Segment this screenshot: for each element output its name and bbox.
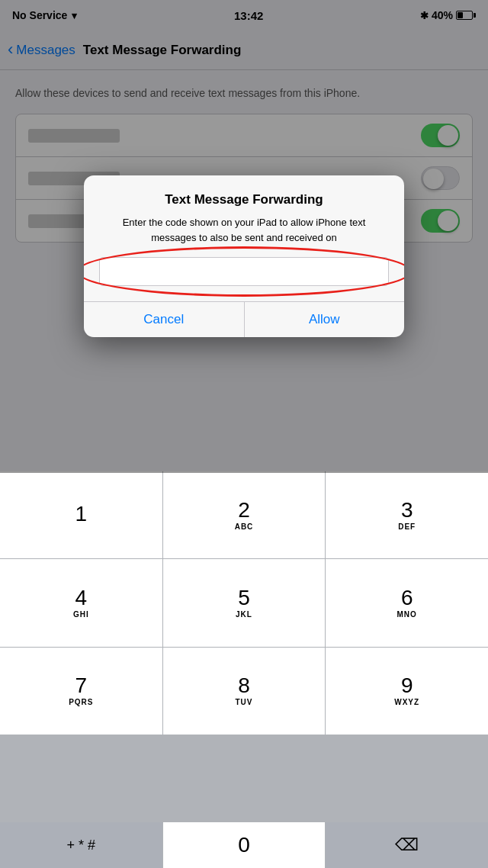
key-5[interactable]: 5 JKL bbox=[163, 559, 326, 646]
keyboard-bottom-row: + * # 0 ⌫ bbox=[0, 822, 488, 868]
dialog-body: Text Message Forwarding Enter the code s… bbox=[84, 175, 404, 301]
key-3[interactable]: 3 DEF bbox=[326, 471, 488, 558]
code-input[interactable] bbox=[99, 257, 389, 286]
key-symbols[interactable]: + * # bbox=[0, 822, 162, 868]
key-7[interactable]: 7 PQRS bbox=[0, 648, 162, 735]
key-2[interactable]: 2 ABC bbox=[163, 471, 326, 558]
forwarding-dialog: Text Message Forwarding Enter the code s… bbox=[84, 175, 404, 337]
dialog-message: Enter the code shown on your iPad to all… bbox=[99, 215, 389, 245]
keyboard-grid: 1 2 ABC 3 DEF 4 GHI 5 JKL 6 MNO 7 PQRS bbox=[0, 471, 488, 822]
key-0[interactable]: 0 bbox=[163, 822, 326, 868]
code-input-wrapper bbox=[99, 257, 389, 286]
key-4[interactable]: 4 GHI bbox=[0, 559, 162, 646]
key-6[interactable]: 6 MNO bbox=[326, 559, 488, 646]
key-9[interactable]: 9 WXYZ bbox=[326, 648, 488, 735]
key-1[interactable]: 1 bbox=[0, 471, 162, 558]
allow-button[interactable]: Allow bbox=[245, 302, 405, 337]
dialog-title: Text Message Forwarding bbox=[99, 192, 389, 207]
numeric-keyboard: 1 2 ABC 3 DEF 4 GHI 5 JKL 6 MNO 7 PQRS bbox=[0, 471, 488, 868]
dialog-buttons: Cancel Allow bbox=[84, 301, 404, 337]
key-8[interactable]: 8 TUV bbox=[163, 648, 326, 735]
cancel-button[interactable]: Cancel bbox=[84, 302, 245, 337]
key-backspace[interactable]: ⌫ bbox=[326, 822, 488, 868]
